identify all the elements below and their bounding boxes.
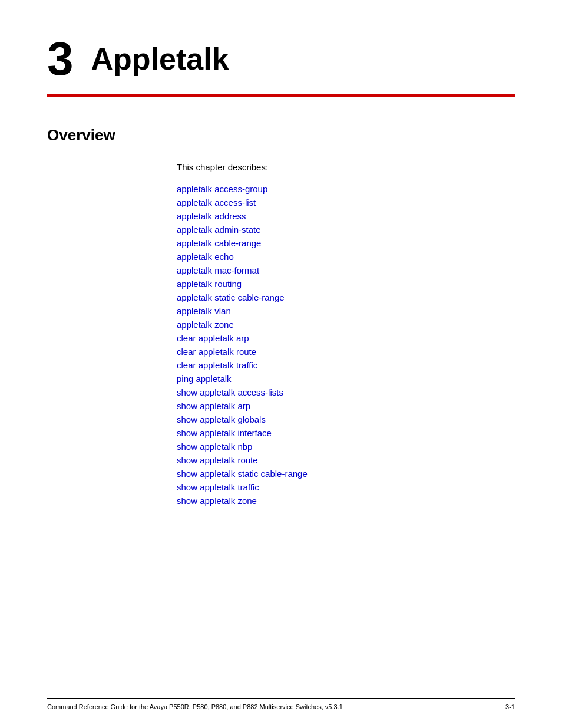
- link-item[interactable]: show appletalk nbp: [177, 442, 515, 452]
- link-item[interactable]: clear appletalk traffic: [177, 360, 515, 370]
- link-item[interactable]: clear appletalk route: [177, 347, 515, 357]
- section-title: Overview: [47, 126, 515, 144]
- link-item[interactable]: appletalk zone: [177, 319, 515, 330]
- link-item[interactable]: ping appletalk: [177, 374, 515, 384]
- link-item[interactable]: appletalk access-list: [177, 197, 515, 207]
- page-container: 3 Appletalk Overview This chapter descri…: [0, 0, 562, 728]
- chapter-header: 3 Appletalk: [47, 35, 515, 83]
- link-item[interactable]: show appletalk access-lists: [177, 387, 515, 397]
- link-list: appletalk access-groupappletalk access-l…: [177, 184, 515, 506]
- link-item[interactable]: appletalk echo: [177, 252, 515, 262]
- chapter-title: Appletalk: [91, 41, 229, 77]
- footer-right: 3-1: [505, 703, 515, 710]
- link-item[interactable]: show appletalk arp: [177, 401, 515, 411]
- link-item[interactable]: show appletalk interface: [177, 428, 515, 438]
- link-item[interactable]: appletalk static cable-range: [177, 292, 515, 302]
- link-item[interactable]: appletalk access-group: [177, 184, 515, 194]
- chapter-number: 3: [47, 35, 74, 83]
- link-item[interactable]: show appletalk static cable-range: [177, 469, 515, 479]
- link-item[interactable]: appletalk address: [177, 211, 515, 221]
- link-item[interactable]: show appletalk traffic: [177, 482, 515, 492]
- link-item[interactable]: appletalk vlan: [177, 306, 515, 316]
- red-divider: [47, 94, 515, 97]
- footer: Command Reference Guide for the Avaya P5…: [47, 698, 515, 710]
- link-item[interactable]: appletalk mac-format: [177, 265, 515, 275]
- link-item[interactable]: show appletalk zone: [177, 496, 515, 506]
- link-item[interactable]: appletalk routing: [177, 279, 515, 289]
- link-item[interactable]: appletalk cable-range: [177, 238, 515, 248]
- link-item[interactable]: appletalk admin-state: [177, 225, 515, 235]
- intro-text: This chapter describes:: [177, 162, 515, 172]
- link-item[interactable]: clear appletalk arp: [177, 333, 515, 343]
- link-item[interactable]: show appletalk route: [177, 455, 515, 465]
- link-item[interactable]: show appletalk globals: [177, 414, 515, 424]
- footer-left: Command Reference Guide for the Avaya P5…: [47, 703, 343, 710]
